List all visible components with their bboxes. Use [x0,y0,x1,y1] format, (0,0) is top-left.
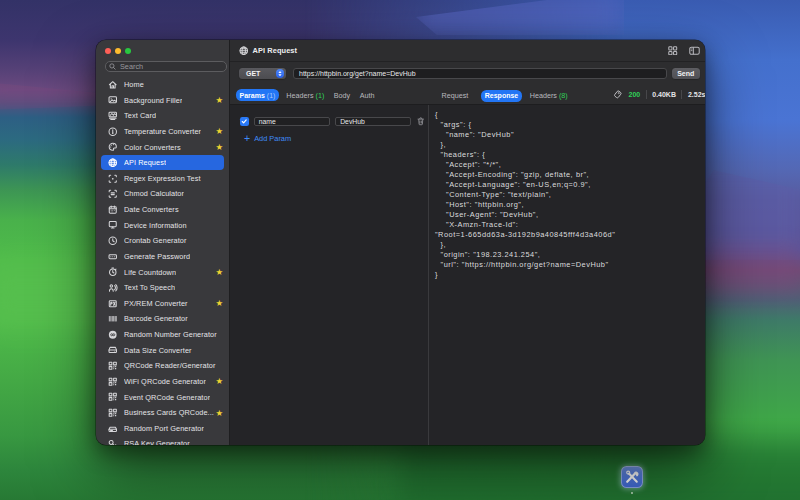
toggle-sidebar-icon[interactable] [689,46,700,56]
sidebar-item-event-qrcode-generator[interactable]: Event QRCode Generator [101,389,224,405]
text-card-icon [108,111,118,121]
url-value: https://httpbin.org/get?name=DevHub [299,70,416,77]
data-size-icon [108,345,118,355]
tab-headers[interactable]: Headers(1) [284,91,326,100]
response-body[interactable]: { "args": { "name": "DevHub" }, "headers… [435,110,705,280]
image-icon [108,95,118,105]
sidebar-item-business-cards-qrcode[interactable]: Business Cards QRCode...★ [101,405,224,421]
sidebar-item-home[interactable]: Home [101,77,224,93]
sidebar-item-background-filler[interactable]: Background Filler★ [101,92,224,108]
sidebar-item-api-request[interactable]: API Request [101,155,224,171]
method-select[interactable]: GET [239,68,286,80]
crontab-icon [108,236,118,246]
minimize-window-button[interactable] [115,48,121,54]
globe-icon [108,158,118,168]
api-request-icon [239,42,249,60]
tab-label: Headers [530,91,557,100]
sidebar-item-random-number-generator[interactable]: Random Number Generator [101,327,224,343]
sidebar: Search HomeBackground Filler★Text CardTe… [96,40,230,445]
tab-auth[interactable]: Auth [358,91,377,100]
popup-chevrons-icon [276,69,284,78]
grid-apps-icon[interactable] [668,46,678,56]
plus-icon: + [244,133,250,144]
pxrem-icon [108,299,118,309]
sidebar-item-device-information[interactable]: Device Information [101,217,224,233]
favorite-star-icon: ★ [215,408,223,417]
sidebar-item-label: Home [124,80,144,89]
add-param-label: Add Param [254,134,291,143]
qrcode-icon [108,361,118,371]
tab-label: Auth [360,91,375,100]
url-input[interactable]: https://httpbin.org/get?name=DevHub [293,68,667,80]
dock-devhub-icon[interactable] [621,466,644,489]
main-pane: API Request [230,40,705,445]
tools-icon [624,469,640,485]
sidebar-item-rsa-key-generator[interactable]: RSA Key Generator [101,436,224,444]
param-key-input[interactable]: name [254,117,330,126]
zoom-window-button[interactable] [125,48,131,54]
param-value-input[interactable]: DevHub [335,117,411,126]
device-icon [108,220,118,230]
tab-count: (1) [267,92,276,99]
sidebar-item-generate-password[interactable]: Generate Password [101,249,224,265]
app-window: Search HomeBackground Filler★Text CardTe… [96,40,705,445]
tab-count: (1) [316,91,325,100]
tab-params[interactable]: Params(1) [236,89,279,101]
method-value: GET [246,70,260,77]
tab-body[interactable]: Body [332,91,352,100]
sidebar-item-random-port-generator[interactable]: Random Port Generator [101,420,224,436]
sidebar-item-temperature-converter[interactable]: Temperature Converter★ [101,124,224,140]
sidebar-item-color-converters[interactable]: Color Converters★ [101,139,224,155]
qrcode-icon [108,377,118,387]
param-row: name DevHub [240,117,425,126]
close-window-button[interactable] [105,48,111,54]
sidebar-item-label: Regex Expression Test [124,174,201,183]
thermometer-icon [108,127,118,137]
search-icon [109,63,116,70]
sidebar-item-label: QRCode Reader/Generator [124,361,216,370]
dock-running-indicator [631,492,634,495]
favorite-star-icon: ★ [215,143,223,152]
desktop: Search HomeBackground Filler★Text CardTe… [0,0,800,500]
sidebar-item-data-size-converter[interactable]: Data Size Converter [101,342,224,358]
sidebar-item-life-countdown[interactable]: Life Countdown★ [101,264,224,280]
sidebar-item-label: Data Size Converter [124,346,192,355]
sidebar-item-label: Life Countdown [124,268,176,277]
tab-label: Response [485,92,518,99]
sidebar-item-crontab-generator[interactable]: Crontab Generator [101,233,224,249]
sidebar-item-text-card[interactable]: Text Card [101,108,224,124]
favorite-star-icon: ★ [215,268,223,277]
stopwatch-icon [108,267,118,277]
sidebar-item-barcode-generator[interactable]: Barcode Generator [101,311,224,327]
send-button[interactable]: Send [672,68,700,80]
tab-label: Headers [286,91,313,100]
barcode-icon [108,314,118,324]
chmod-icon [108,189,118,199]
calendar-icon [108,205,118,215]
traffic-lights [105,48,131,54]
sidebar-item-regex-expression-test[interactable]: Regex Expression Test [101,170,224,186]
sidebar-item-label: Device Information [124,221,187,230]
sidebar-item-label: Barcode Generator [124,314,188,323]
sidebar-item-wifi-qrcode-generator[interactable]: WiFi QRCode Generator★ [101,374,224,390]
tab-response[interactable]: Response [481,90,521,102]
sidebar-item-date-converters[interactable]: Date Converters [101,202,224,218]
sidebar-item-qrcode-reader-generator[interactable]: QRCode Reader/Generator [101,358,224,374]
tab-headers[interactable]: Headers(8) [528,91,570,100]
favorite-star-icon: ★ [215,96,223,105]
sidebar-item-label: Crontab Generator [124,236,187,245]
response-status: 2000.40KB2.52s [613,85,705,104]
delete-param-button[interactable] [417,117,425,126]
qrcode-icon [108,408,118,418]
search-input[interactable]: Search [105,61,227,72]
param-checkbox[interactable] [240,117,249,126]
tabs-row: Params(1)Headers(1)BodyAuthRequestRespon… [230,85,705,105]
tab-request[interactable]: Request [440,91,471,100]
sidebar-item-label: WiFi QRCode Generator [124,377,206,386]
response-pane: { "args": { "name": "DevHub" }, "headers… [429,105,705,445]
add-param-button[interactable]: + Add Param [244,134,291,144]
sidebar-item-chmod-calculator[interactable]: Chmod Calculator [101,186,224,202]
sidebar-item-px-rem-converter[interactable]: PX/REM Converter★ [101,295,224,311]
key-icon [108,439,118,444]
sidebar-item-text-to-speech[interactable]: Text To Speech [101,280,224,296]
